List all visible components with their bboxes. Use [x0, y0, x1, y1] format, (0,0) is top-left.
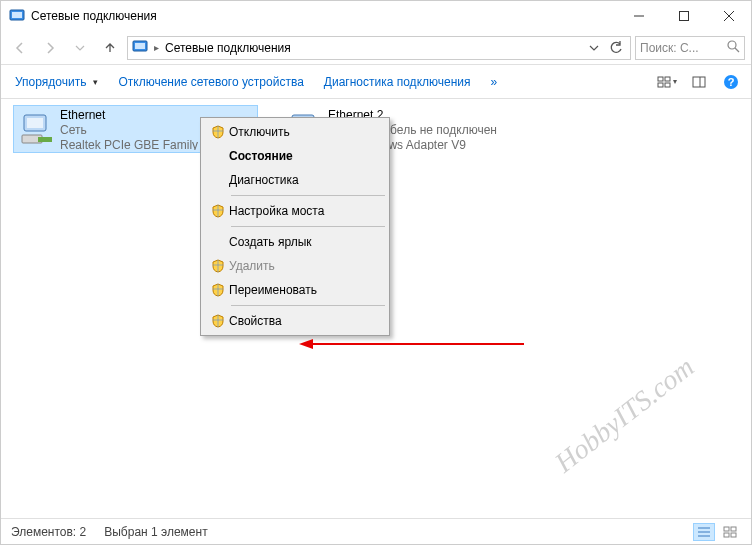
shield-icon — [207, 204, 229, 218]
menu-label: Диагностика — [229, 173, 299, 187]
organize-label: Упорядочить — [15, 75, 86, 89]
forward-button[interactable] — [37, 35, 63, 61]
svg-rect-3 — [679, 12, 688, 21]
svg-rect-19 — [27, 118, 43, 128]
menu-label: Настройка моста — [229, 204, 324, 218]
svg-rect-31 — [724, 527, 729, 531]
menu-label: Переименовать — [229, 283, 317, 297]
details-view-button[interactable] — [693, 523, 715, 541]
svg-rect-32 — [731, 527, 736, 531]
adapter-status: Сеть — [60, 123, 198, 138]
menu-delete: Удалить — [203, 254, 387, 278]
minimize-button[interactable] — [616, 1, 661, 31]
context-menu: Отключить Состояние Диагностика Настройк… — [200, 117, 390, 336]
menu-bridge[interactable]: Настройка моста — [203, 199, 387, 223]
up-button[interactable] — [97, 35, 123, 61]
menu-separator — [231, 305, 385, 306]
menu-label: Состояние — [229, 149, 293, 163]
more-commands-button[interactable]: » — [485, 71, 504, 93]
svg-rect-10 — [658, 77, 663, 81]
elements-count: 2 — [80, 525, 87, 539]
chevron-right-icon: ▸ — [152, 42, 161, 53]
shield-icon — [207, 283, 229, 297]
breadcrumb-dropdown[interactable] — [584, 38, 604, 58]
svg-rect-1 — [12, 12, 22, 18]
svg-rect-21 — [38, 137, 52, 142]
network-connections-icon — [9, 7, 25, 26]
svg-rect-34 — [731, 533, 736, 537]
menu-diagnostics[interactable]: Диагностика — [203, 168, 387, 192]
preview-pane-button[interactable] — [687, 70, 711, 94]
window-title: Сетевые подключения — [31, 9, 616, 23]
adapter-device: Realtek PCIe GBE Family — [60, 138, 198, 150]
back-button[interactable] — [7, 35, 33, 61]
window: Сетевые подключения ▸ Сетевые подключени… — [0, 0, 752, 545]
svg-rect-11 — [665, 77, 670, 81]
search-icon — [727, 40, 740, 56]
menu-separator — [231, 226, 385, 227]
view-options-button[interactable] — [655, 70, 679, 94]
menu-label: Свойства — [229, 314, 282, 328]
adapter-name: Ethernet — [60, 108, 198, 123]
shield-icon — [207, 125, 229, 139]
svg-rect-14 — [693, 77, 705, 87]
diagnose-label: Диагностика подключения — [324, 75, 471, 89]
svg-rect-13 — [665, 83, 670, 87]
refresh-button[interactable] — [606, 38, 626, 58]
status-selected: Выбран 1 элемент — [104, 525, 207, 539]
breadcrumb-location[interactable]: Сетевые подключения — [165, 41, 291, 55]
svg-point-8 — [728, 41, 736, 49]
maximize-button[interactable] — [661, 1, 706, 31]
watermark: HobbyITS.com — [549, 351, 700, 479]
breadcrumb[interactable]: ▸ Сетевые подключения — [127, 36, 631, 60]
menu-label: Отключить — [229, 125, 290, 139]
titlebar: Сетевые подключения — [1, 1, 751, 31]
recent-dropdown[interactable] — [67, 35, 93, 61]
large-icons-view-button[interactable] — [719, 523, 741, 541]
svg-marker-27 — [299, 339, 313, 349]
shield-icon — [207, 259, 229, 273]
shield-icon — [207, 314, 229, 328]
disable-label: Отключение сетевого устройства — [118, 75, 303, 89]
menu-properties[interactable]: Свойства — [203, 309, 387, 333]
annotation-arrow — [299, 336, 529, 352]
toolbar: Упорядочить Отключение сетевого устройст… — [1, 65, 751, 99]
svg-rect-7 — [135, 43, 145, 49]
network-connections-icon — [132, 38, 148, 57]
navbar: ▸ Сетевые подключения Поиск: С... — [1, 31, 751, 65]
elements-label: Элементов: — [11, 525, 76, 539]
statusbar: Элементов: 2 Выбран 1 элемент — [1, 518, 751, 544]
window-controls — [616, 1, 751, 31]
close-button[interactable] — [706, 1, 751, 31]
svg-text:?: ? — [728, 76, 735, 88]
search-placeholder: Поиск: С... — [640, 41, 723, 55]
diagnose-button[interactable]: Диагностика подключения — [318, 71, 477, 93]
content-area[interactable]: Ethernet Сеть Realtek PCIe GBE Family Et… — [1, 99, 751, 518]
menu-separator — [231, 195, 385, 196]
svg-line-9 — [735, 48, 739, 52]
search-input[interactable]: Поиск: С... — [635, 36, 745, 60]
svg-rect-33 — [724, 533, 729, 537]
menu-status[interactable]: Состояние — [203, 144, 387, 168]
svg-rect-12 — [658, 83, 663, 87]
menu-label: Удалить — [229, 259, 275, 273]
organize-menu[interactable]: Упорядочить — [9, 71, 104, 93]
more-label: » — [491, 75, 498, 89]
menu-label: Создать ярлык — [229, 235, 312, 249]
status-elements: Элементов: 2 — [11, 525, 86, 539]
menu-disable[interactable]: Отключить — [203, 120, 387, 144]
help-button[interactable]: ? — [719, 70, 743, 94]
disable-device-button[interactable]: Отключение сетевого устройства — [112, 71, 309, 93]
network-adapter-icon — [16, 108, 60, 150]
menu-create-shortcut[interactable]: Создать ярлык — [203, 230, 387, 254]
menu-rename[interactable]: Переименовать — [203, 278, 387, 302]
